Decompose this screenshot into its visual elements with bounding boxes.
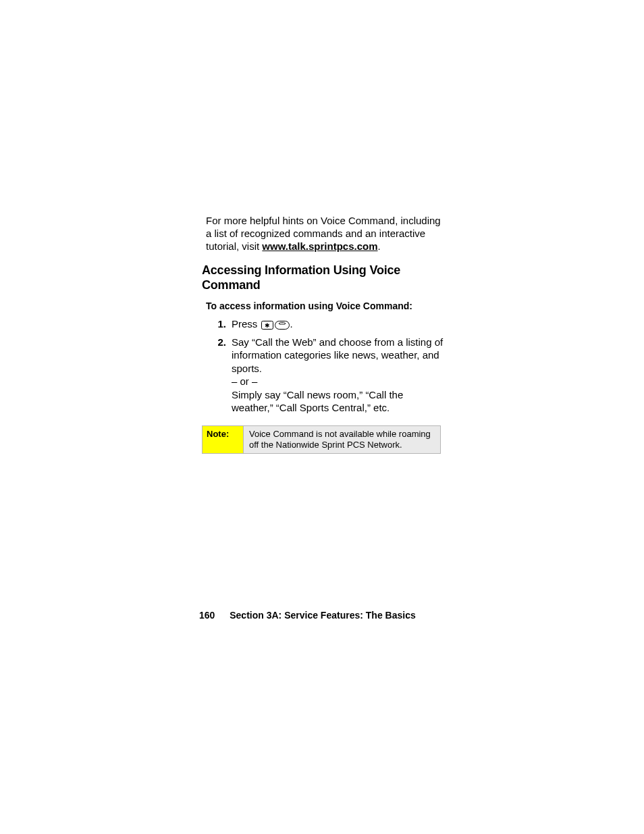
step-prefix: Press — [232, 318, 261, 330]
step-number: 1. — [213, 317, 232, 333]
step-text-b: Simply say “Call news room,” “Call the w… — [232, 388, 444, 415]
intro-after: . — [378, 240, 381, 252]
sub-heading: To access information using Voice Comman… — [206, 301, 444, 312]
note-box: Note: Voice Command is not available whi… — [202, 425, 441, 454]
note-label: Note: — [203, 426, 244, 454]
note-text: Voice Command is not available while roa… — [244, 426, 440, 454]
content-block: For more helpful hints on Voice Command,… — [206, 215, 444, 454]
step-suffix: . — [290, 318, 293, 330]
step-or: – or – — [232, 375, 444, 388]
intro-paragraph: For more helpful hints on Voice Command,… — [206, 215, 444, 253]
step-1: 1. Press ✱. — [213, 317, 444, 333]
section-heading: Accessing Information Using Voice Comman… — [202, 263, 444, 292]
step-body: Say “Call the Web” and choose from a lis… — [232, 336, 444, 415]
star-key-icon: ✱ — [261, 319, 273, 333]
intro-link[interactable]: www.talk.sprintpcs.com — [262, 240, 377, 252]
section-label: Section 3A: Service Features: The Basics — [230, 610, 415, 621]
talk-key-icon — [275, 319, 290, 333]
step-number: 2. — [213, 336, 232, 415]
steps-list: 1. Press ✱. 2. Say “Call the Web” and ch… — [206, 317, 444, 415]
step-2: 2. Say “Call the Web” and choose from a … — [213, 336, 444, 415]
page-footer: 160 Section 3A: Service Features: The Ba… — [199, 610, 416, 621]
svg-text:✱: ✱ — [265, 322, 270, 329]
page: For more helpful hints on Voice Command,… — [0, 0, 644, 834]
step-body: Press ✱. — [232, 317, 444, 333]
page-number: 160 — [199, 610, 215, 621]
step-text-a: Say “Call the Web” and choose from a lis… — [232, 336, 444, 375]
